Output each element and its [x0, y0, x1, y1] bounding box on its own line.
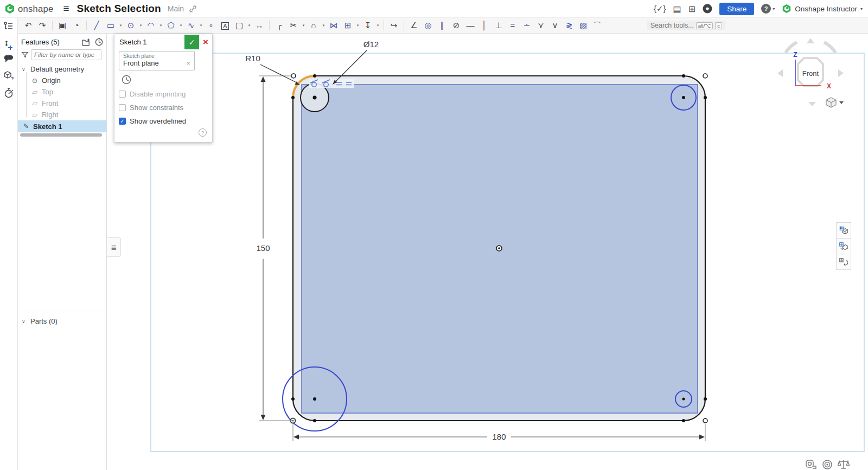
vertical-constraint-button[interactable]: │ [478, 20, 491, 31]
dimension-180[interactable]: 180 [293, 424, 705, 441]
confirm-button[interactable]: ✓ [184, 35, 199, 49]
rollback-clock-icon[interactable] [122, 75, 131, 85]
hamburger-menu-icon[interactable]: ≡ [63, 3, 69, 15]
onshape-logo-icon[interactable] [4, 3, 15, 14]
sketch-plane-field[interactable]: Sketch plane Front plane × [119, 51, 195, 70]
dimension-150[interactable]: 150 [256, 76, 292, 421]
tree-item-right-plane[interactable]: ▱ Right [18, 109, 106, 120]
chevron-down-icon[interactable]: ∨ [22, 319, 27, 324]
redo-button[interactable]: ↷ [36, 20, 49, 31]
pattern-tool-button[interactable]: ⊞ [341, 20, 354, 31]
point-tool-button[interactable]: ∘ [205, 20, 218, 31]
tag-icon[interactable] [703, 4, 712, 14]
chevron-down-icon[interactable]: ▾ [375, 23, 380, 28]
transform-tool-button[interactable]: ↪ [387, 20, 400, 31]
clear-selection-icon[interactable]: × [186, 59, 190, 67]
checkbox-icon[interactable]: ✓ [119, 118, 126, 125]
new-folder-icon[interactable] [82, 38, 91, 46]
view-cube-menu-icon[interactable] [826, 98, 844, 107]
dimension-tool-button[interactable]: ↔ [253, 20, 266, 31]
mirror-tool-button[interactable]: ⋈ [327, 20, 340, 31]
undo-button[interactable]: ↶ [22, 20, 35, 31]
trim-tool-button[interactable]: ✂ [287, 20, 300, 31]
tree-item-origin[interactable]: ⊙ Origin [18, 75, 106, 86]
chevron-down-icon[interactable]: ▾ [773, 7, 775, 11]
stopwatch-icon[interactable] [3, 87, 14, 98]
chevron-down-icon[interactable]: ▾ [138, 23, 143, 28]
comments-icon[interactable] [3, 55, 14, 66]
link-icon[interactable] [189, 5, 197, 13]
cancel-button[interactable]: × [199, 35, 212, 49]
workspace-name[interactable]: Main [168, 4, 184, 13]
checkbox-disable-imprinting[interactable]: Disable imprinting [119, 90, 208, 98]
parallel-constraint-button[interactable]: ∥ [436, 20, 449, 31]
tree-item-sketch1-selected[interactable]: ✎ Sketch 1 [18, 120, 106, 132]
view-rotate-grid-button[interactable] [836, 238, 851, 254]
mass-properties-scale-icon[interactable] [838, 459, 850, 470]
feature-list-toggle-icon[interactable] [3, 21, 14, 31]
equal-constraint-button[interactable]: = [506, 20, 519, 31]
help-icon[interactable]: ? [761, 4, 771, 14]
polygon-tool-button[interactable]: ⬠ [164, 20, 177, 31]
spline-tool-button[interactable]: ∿ [184, 20, 197, 31]
coincident-constraint-button[interactable]: ∠ [407, 20, 420, 31]
curvature-constraint-button[interactable]: ⌒ [591, 20, 604, 31]
fix-constraint-button[interactable]: ▨ [577, 20, 590, 31]
circle-tool-button[interactable]: ⊙ [124, 20, 137, 31]
center-point[interactable] [496, 246, 502, 251]
chevron-down-icon[interactable]: ▾ [321, 23, 326, 28]
horizontal-scrollbar[interactable] [20, 133, 102, 137]
tangent-constraint-button[interactable]: ⊘ [450, 20, 463, 31]
checkbox-icon[interactable] [119, 104, 126, 111]
checkbox-show-constraints[interactable]: Show constraints [119, 104, 208, 112]
bullseye-icon[interactable] [821, 459, 833, 470]
share-button[interactable]: Share [719, 3, 754, 15]
view-cube[interactable]: Front Z X [777, 38, 844, 107]
tree-item-front-plane[interactable]: ▱ Front [18, 98, 106, 109]
tape-measure-icon[interactable] [805, 459, 817, 470]
chevron-down-icon[interactable]: ▾ [118, 23, 123, 28]
featurescript-icon[interactable]: {✓} [654, 4, 666, 14]
chevron-down-icon[interactable]: ▾ [355, 23, 360, 28]
chevron-down-icon[interactable]: ▾ [860, 7, 863, 11]
history-clock-icon[interactable] [95, 38, 103, 46]
horizontal-constraint-button[interactable]: ― [464, 20, 477, 31]
symmetric-constraint-button[interactable]: ≷ [563, 20, 576, 31]
fillet-tool-button[interactable]: ╭ [273, 20, 286, 31]
checkbox-show-overdefined[interactable]: ✓ Show overdefined [119, 117, 208, 125]
parts-section-header[interactable]: ∨ Parts (0) [18, 316, 106, 327]
account-name[interactable]: Onshape Instructor [795, 5, 857, 13]
chevron-down-icon[interactable]: ▾ [199, 23, 203, 28]
midpoint-constraint-button[interactable]: ∸ [520, 20, 533, 31]
perpendicular-constraint-button[interactable]: ⊥ [492, 20, 505, 31]
import-dxf-dwg-button[interactable]: ↧ [361, 20, 374, 31]
filter-funnel-icon[interactable] [21, 51, 29, 59]
arc-tool-button[interactable]: ◠ [144, 20, 157, 31]
view-cube-grid-button[interactable] [836, 222, 851, 239]
slot-tool-button[interactable]: ▢ [233, 20, 246, 31]
tree-item-top-plane[interactable]: ▱ Top [18, 86, 106, 98]
chevron-down-icon[interactable]: ▾ [178, 23, 183, 28]
chevron-down-icon[interactable]: ▾ [158, 23, 163, 28]
search-tools-input[interactable]: Search tools... alt/⌥ c [647, 21, 725, 30]
tree-item-default-geometry[interactable]: ∨ Default geometry [18, 63, 106, 75]
features-panel-toggle[interactable]: ≣ [107, 237, 121, 257]
insert-version-icon[interactable] [3, 40, 14, 50]
chevron-down-icon[interactable]: ∨ [22, 67, 27, 72]
normal-constraint-button[interactable]: ⋎ [534, 20, 547, 31]
dialog-help-icon[interactable]: ? [199, 128, 207, 137]
checklist-icon[interactable]: ▤ [673, 4, 681, 14]
paste-sketch-button[interactable]: ▣ [56, 20, 69, 31]
filter-input[interactable] [31, 49, 101, 60]
dimension-r10[interactable]: R10 [245, 54, 300, 85]
help-cube-icon[interactable]: ? [3, 70, 14, 81]
view-section-grid-button[interactable] [836, 254, 851, 270]
chevron-down-icon[interactable]: ▾ [247, 23, 252, 28]
apps-grid-icon[interactable]: ⊞ [688, 4, 695, 14]
use-project-convert-button[interactable]: ◔ [70, 20, 83, 31]
chevron-down-icon[interactable]: ▾ [301, 23, 306, 28]
line-tool-button[interactable]: ╱ [90, 20, 103, 31]
concentric-constraint-button[interactable]: ◎ [422, 20, 435, 31]
constraint-glyphs[interactable] [309, 79, 354, 88]
pierce-constraint-button[interactable]: ∨ [548, 20, 561, 31]
